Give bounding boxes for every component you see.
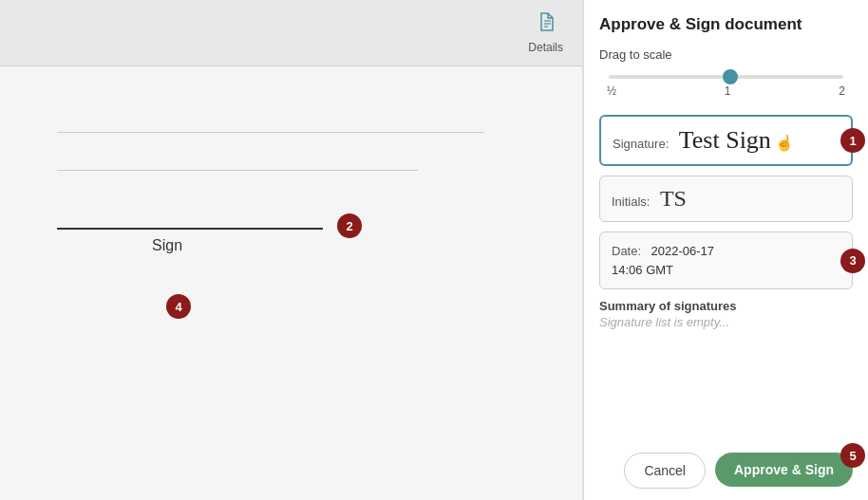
sign-area: Sign (57, 228, 525, 254)
initials-label: Initials: (612, 194, 650, 209)
date-label: Date: (612, 244, 641, 258)
scale-min: ½ (607, 84, 616, 98)
panel-footer: Cancel Approve & Sign 5 (599, 445, 853, 489)
signature-box[interactable]: Signature: Test Sign ☝ (599, 115, 853, 166)
scale-mid: 1 (725, 84, 731, 98)
doc-content: Sign 2 4 (0, 66, 582, 292)
approve-container: Approve & Sign 5 (715, 453, 853, 489)
initials-container: Initials: TS (599, 176, 853, 222)
details-label: Details (528, 41, 563, 54)
initials-value: TS (660, 186, 687, 211)
details-icon (536, 11, 557, 37)
date-line2: 14:06 GMT (612, 263, 673, 277)
scale-max: 2 (839, 84, 845, 98)
summary-empty: Signature list is empty... (599, 315, 853, 329)
date-box[interactable]: Date: 2022-06-17 14:06 GMT (599, 231, 853, 289)
badge-3: 3 (840, 249, 865, 273)
document-panel: Details Sign 2 4 (0, 0, 583, 500)
cursor-icon: ☝ (775, 134, 794, 152)
cancel-button[interactable]: Cancel (624, 453, 706, 489)
summary-label: Summary of signatures (599, 299, 853, 313)
scale-track[interactable] (609, 75, 843, 79)
badge-4: 4 (166, 294, 191, 319)
summary-section: Summary of signatures Signature list is … (599, 299, 853, 329)
badge-2: 2 (337, 213, 362, 238)
approve-button[interactable]: Approve & Sign (715, 453, 853, 487)
doc-line-1 (57, 104, 484, 133)
scale-labels: ½ 1 2 (599, 84, 853, 98)
date-container: Date: 2022-06-17 14:06 GMT 3 (599, 231, 853, 289)
doc-line-2 (57, 142, 418, 171)
sign-line (57, 228, 323, 230)
drag-scale-label: Drag to scale (599, 47, 853, 62)
scale-thumb[interactable] (723, 69, 738, 84)
badge-1: 1 (840, 128, 865, 153)
signature-label: Signature: (613, 137, 669, 151)
sign-label: Sign (152, 237, 525, 254)
scale-container[interactable]: ½ 1 2 (599, 71, 853, 105)
signature-container: Signature: Test Sign ☝ 1 (599, 115, 853, 166)
panel-title: Approve & Sign document (599, 15, 853, 34)
details-tab[interactable]: Details (528, 11, 563, 54)
doc-top-bar: Details (0, 0, 582, 66)
right-panel: Approve & Sign document Drag to scale ½ … (583, 0, 868, 500)
signature-value: Test Sign (679, 126, 771, 154)
date-line1: 2022-06-17 (651, 244, 715, 258)
initials-box[interactable]: Initials: TS (599, 176, 853, 222)
badge-5: 5 (840, 443, 865, 468)
